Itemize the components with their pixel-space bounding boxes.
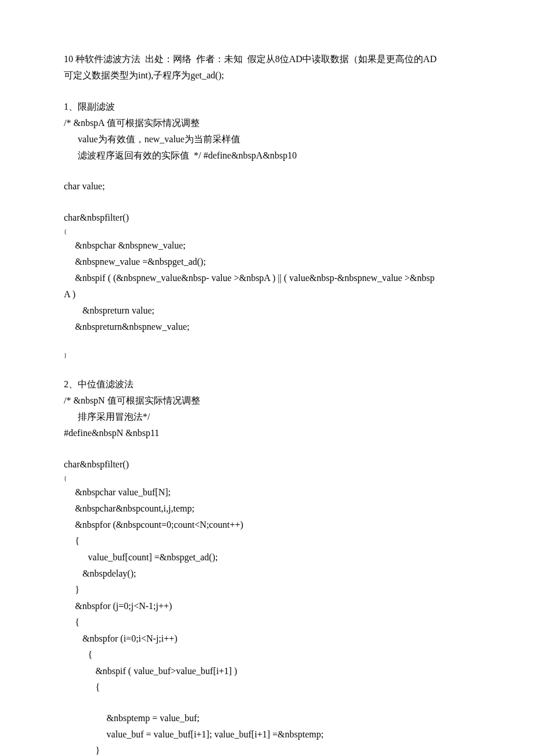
section1-comment3: 滤波程序返回有效的实际值 */ #define&nbspA&nbsp10: [64, 147, 470, 164]
blank: [64, 195, 470, 210]
section2-lbrace: {: [64, 473, 470, 484]
section2-body5: value_buf[count] =&nbspget_ad();: [64, 549, 470, 566]
document-page: 10 种软件滤波方法 出处：网络 作者：未知 假定从8位AD中读取数据（如果是更…: [0, 0, 534, 756]
blank: [64, 164, 470, 179]
section2-define: #define&nbspN &nbsp11: [64, 425, 470, 441]
blank: [64, 84, 470, 99]
section2-body14: &nbsptemp = value_buf;: [64, 710, 470, 726]
section2-body4: {: [64, 533, 470, 549]
section1-body3b: A ): [64, 286, 470, 303]
section2-comment1: /* &nbspN 值可根据实际情况调整: [64, 393, 470, 409]
section2-body2: &nbspchar&nbspcount,i,j,temp;: [64, 501, 470, 517]
section2-body9: {: [64, 614, 470, 631]
blank: [64, 361, 470, 376]
intro-line-2: 可定义数据类型为int),子程序为get_ad();: [64, 67, 470, 84]
section1-comment1: /* &nbspA 值可根据实际情况调整: [64, 115, 470, 131]
section1-lbrace: {: [64, 226, 470, 237]
section2-body16: }: [64, 743, 470, 756]
section1-func: char&nbspfilter(): [64, 210, 470, 226]
section2-body7: }: [64, 582, 470, 598]
section2-body12: &nbspif ( value_buf>value_buf[i+1] ): [64, 663, 470, 679]
section1-title: 1、限副滤波: [64, 99, 470, 115]
section1-decl: char value;: [64, 178, 470, 195]
blank: [64, 441, 470, 456]
blank: [64, 335, 470, 350]
section2-body1: &nbspchar value_buf[N];: [64, 484, 470, 501]
section2-body6: &nbspdelay();: [64, 566, 470, 582]
section1-body4: &nbspreturn value;: [64, 303, 470, 319]
blank: [64, 696, 470, 711]
section1-rbrace: }: [64, 350, 470, 361]
section2-title: 2、中位值滤波法: [64, 376, 470, 393]
section2-comment2: 排序采用冒泡法*/: [64, 409, 470, 425]
section1-body1: &nbspchar &nbspnew_value;: [64, 237, 470, 254]
intro-line-1: 10 种软件滤波方法 出处：网络 作者：未知 假定从8位AD中读取数据（如果是更…: [64, 51, 470, 67]
section2-body10: &nbspfor (i=0;i<N-j;i++): [64, 631, 470, 647]
section1-body2: &nbspnew_value =&nbspget_ad();: [64, 254, 470, 270]
section1-body3: &nbspif ( (&nbspnew_value&nbsp- value >&…: [64, 270, 470, 286]
section1-body5: &nbspreturn&nbspnew_value;: [64, 319, 470, 335]
section2-body3: &nbspfor (&nbspcount=0;count<N;count++): [64, 517, 470, 533]
section2-body15: value_buf = value_buf[i+1]; value_buf[i+…: [64, 726, 470, 743]
section2-body13: {: [64, 679, 470, 696]
section2-body8: &nbspfor (j=0;j<N-1;j++): [64, 598, 470, 614]
section1-comment2: value为有效值，new_value为当前采样值: [64, 131, 470, 147]
section2-body11: {: [64, 647, 470, 663]
section2-func: char&nbspfilter(): [64, 456, 470, 473]
